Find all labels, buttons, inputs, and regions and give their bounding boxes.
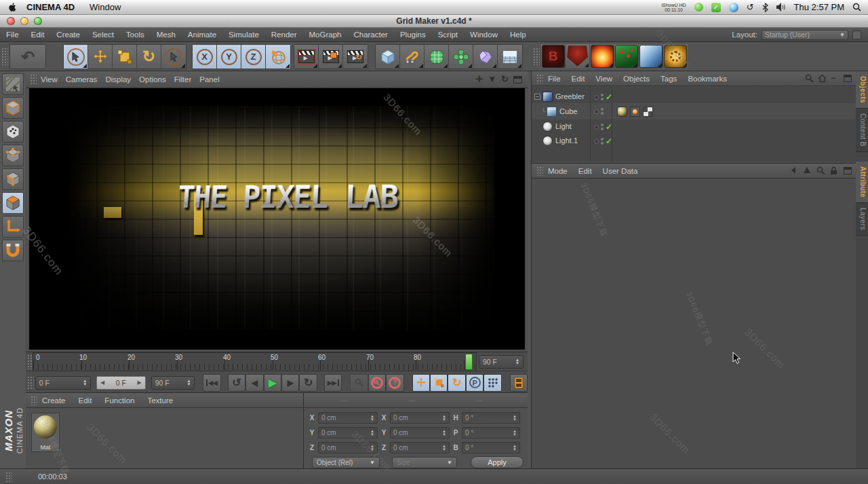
goto-end-button[interactable]: ▶▶ — [324, 374, 342, 392]
key-position-toggle[interactable] — [412, 374, 430, 392]
materials-menu-texture[interactable]: Texture — [147, 396, 173, 405]
plugin-ice-button[interactable] — [639, 44, 663, 68]
object-name[interactable]: Greebler — [555, 92, 585, 100]
pos-x-field[interactable]: 0 cm▲▼ — [318, 412, 378, 424]
edges-mode-button[interactable] — [2, 168, 24, 190]
tab-content-browser[interactable]: Content B — [856, 109, 868, 152]
menu-simulate[interactable]: Simulate — [222, 31, 265, 39]
om-menu-objects[interactable]: Objects — [623, 75, 650, 83]
green-dot-status-icon[interactable] — [694, 3, 703, 12]
texture-mode-button[interactable] — [2, 121, 24, 143]
current-frame-field[interactable]: ◀0 F▶ — [96, 376, 146, 390]
object-list[interactable]: − Greebler ✓ └ Cube Light ✓ — [532, 87, 856, 162]
apply-button[interactable]: Apply — [471, 456, 524, 468]
range-end-field[interactable]: 90 F▲▼ — [151, 376, 195, 390]
layout-extra-button[interactable] — [852, 31, 861, 39]
next-frame-button[interactable]: ▶ — [281, 374, 299, 392]
polygons-mode-button[interactable] — [2, 192, 24, 214]
tab-layers[interactable]: Layers — [856, 203, 868, 236]
viewport-menu-cameras[interactable]: Cameras — [66, 75, 106, 83]
stepper-icon[interactable]: ▲▼ — [370, 430, 374, 436]
am-back-icon[interactable] — [789, 166, 798, 175]
object-name[interactable]: Cube — [559, 107, 577, 115]
coord-mode-dropdown[interactable]: Object (Rel)▼ — [312, 457, 380, 468]
record-keyframe-button[interactable] — [350, 374, 368, 392]
plugin-b-button[interactable]: B — [541, 44, 566, 68]
scale-tool[interactable] — [113, 45, 137, 69]
start-frame-field[interactable]: 0 F▲▼ — [35, 376, 91, 390]
menu-window[interactable]: Window — [464, 31, 504, 39]
menu-animate[interactable]: Animate — [182, 31, 222, 39]
am-menu-edit[interactable]: Edit — [578, 167, 592, 175]
plugin-fire-button[interactable] — [590, 44, 614, 68]
object-row-light1[interactable]: Light.1 — [534, 134, 578, 147]
end-frame-box[interactable]: 90 F▲▼ — [479, 355, 524, 369]
size-y-field[interactable]: 0 cm▲▼ — [390, 427, 450, 439]
ishowu-recorder-status[interactable]: iShowU HD00:11:10 — [661, 3, 686, 12]
rotate-tool[interactable]: ↻ — [137, 45, 161, 69]
render-picture-viewer-button[interactable] — [319, 45, 343, 69]
am-search-icon[interactable] — [816, 166, 825, 175]
am-lock-icon[interactable] — [830, 166, 839, 175]
dropbox-status-icon[interactable] — [729, 3, 738, 12]
om-menu-tags[interactable]: Tags — [660, 75, 677, 83]
om-search-icon[interactable] — [805, 74, 814, 83]
move-tool[interactable] — [88, 45, 113, 69]
snap-mode-button[interactable] — [2, 240, 24, 261]
add-subdivision-surface-button[interactable] — [425, 45, 449, 69]
stepper-icon[interactable]: ▲▼ — [370, 415, 374, 422]
transport-grip[interactable] — [27, 376, 34, 390]
collapse-icon[interactable]: − — [534, 94, 540, 100]
menu-render[interactable]: Render — [265, 31, 303, 39]
lock-z-axis-button[interactable]: Z — [241, 45, 266, 69]
bluetooth-icon[interactable] — [762, 3, 768, 12]
timeline-mode-button[interactable] — [510, 374, 528, 392]
material-tag[interactable] — [617, 107, 627, 117]
timeline-playhead[interactable] — [465, 354, 473, 370]
om-menu-file[interactable]: File — [548, 75, 561, 83]
greebler-visibility-dots[interactable]: ✓ — [594, 92, 612, 102]
viewport-menu-filter[interactable]: Filter — [174, 75, 200, 83]
render-settings-button[interactable]: ↻ — [343, 45, 368, 69]
keyframe-selection-button[interactable]: ? — [386, 374, 403, 392]
materials-grip[interactable] — [31, 396, 37, 405]
cube-visibility-dots[interactable] — [594, 108, 604, 115]
stepper-icon[interactable]: ▲▼ — [515, 358, 519, 365]
stepper-icon[interactable]: ▲▼ — [186, 379, 191, 386]
menu-plugins[interactable]: Plugins — [394, 31, 432, 39]
attribute-grip[interactable] — [536, 166, 543, 176]
key-rotation-toggle[interactable]: ↻ — [448, 374, 465, 392]
rot-h-field[interactable]: 0 °▲▼ — [462, 412, 520, 424]
om-home-icon[interactable] — [818, 74, 827, 83]
viewport-zoom-icon[interactable]: ▼ — [488, 75, 496, 84]
enabled-check[interactable]: ✓ — [606, 122, 612, 132]
key-parameter-toggle[interactable]: P — [466, 374, 484, 392]
stepper-icon[interactable]: ▲▼ — [83, 379, 87, 386]
menu-mograph[interactable]: MoGraph — [303, 31, 348, 39]
last-tool-button[interactable] — [161, 45, 186, 69]
am-menu-userdata[interactable]: User Data — [603, 167, 638, 175]
materials-menu-edit[interactable]: Edit — [79, 396, 92, 405]
make-editable-button[interactable] — [2, 73, 24, 95]
add-environment-button[interactable] — [498, 45, 522, 69]
play-loop-button[interactable]: ↻ — [299, 374, 317, 392]
om-menu-edit[interactable]: Edit — [572, 75, 585, 83]
pos-y-field[interactable]: 0 cm▲▼ — [318, 427, 378, 439]
viewport-grip[interactable] — [30, 74, 37, 85]
light-visibility-dots[interactable]: ✓ — [594, 122, 612, 132]
viewport-menu-display[interactable]: Display — [105, 75, 139, 83]
stepper-icon[interactable]: ▲▼ — [442, 445, 446, 451]
layout-dropdown[interactable]: Startup (User)▼ — [762, 30, 848, 40]
material-item[interactable]: Mat — [31, 413, 60, 452]
menubar-window-menu[interactable]: Window — [90, 2, 121, 12]
om-panel-icon[interactable] — [844, 75, 852, 82]
window-titlebar[interactable]: Grid Maker v1.c4d * — [0, 15, 868, 28]
coord-size-dropdown[interactable]: Size▼ — [392, 457, 457, 468]
menu-script[interactable]: Script — [432, 31, 464, 39]
stepper-icon[interactable]: ▲▼ — [442, 415, 446, 422]
menu-character[interactable]: Character — [347, 31, 394, 39]
stepper-icon[interactable]: ▲▼ — [513, 415, 517, 422]
viewport-menu-options[interactable]: Options — [139, 75, 174, 83]
menu-create[interactable]: Create — [50, 31, 86, 39]
menu-file[interactable]: File — [0, 31, 25, 39]
